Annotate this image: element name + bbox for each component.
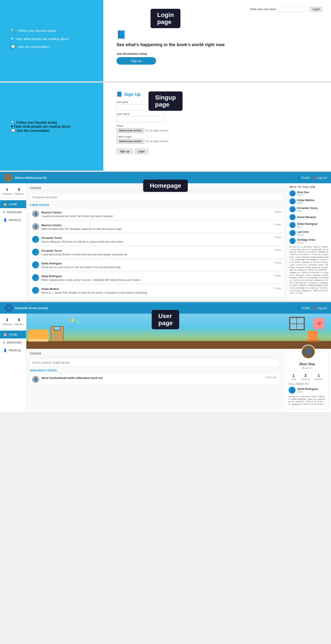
login-button[interactable]: Log in [310,7,322,12]
taste-time: 8 days [274,287,281,290]
chat-icon-2: 💬 [11,129,16,132]
userpage-following-label: Following [2,323,12,326]
follow-item: 👤 Daniel Marquez [290,214,329,220]
userpage-logout-icon: 🚪 [313,306,316,310]
follow-avatar: 👤 [290,190,296,196]
taste-user: Stella Rodriguez [41,275,62,278]
userpage-profile-nav-icon: 👤 [3,348,7,352]
userpage-following-stat: 3 Following [2,318,12,326]
userpage-avatar: 📘 [4,304,13,312]
userpage-compose-input[interactable] [32,361,277,364]
taste-body: Stella Rodriguez 8 days Ghost boy is a t… [41,261,281,269]
taste-text: When E.L. James Fifty Shades of Grey hit… [41,291,281,294]
photo-file-button[interactable]: Seleccionar archivo [116,128,144,133]
taste-item: 📘 Stella Rodriguez 8 days Ghost boy is a… [30,259,284,271]
username-input[interactable] [278,6,308,12]
userpage-logout-link[interactable]: 🚪 Log out [313,306,326,310]
book-icon: 📘 [116,30,318,39]
userpage-tastes-label: TASTES [30,352,279,356]
search-icon-2: 🔍 [11,121,16,124]
signup-button[interactable]: Sign up [116,57,156,64]
follow-name: Daniel Marquez [297,216,316,219]
follow-item: 👤 Felipe Medina user4 [290,198,329,204]
home-icon: 🏠 [3,202,7,206]
follow-name: Stella Rodriguez [297,222,318,226]
signup-login-button[interactable]: Login [134,148,148,154]
follow-item: 👤 Jhon Doe user11 [290,190,329,196]
taste-body: Fernando Torres 8 days García Márquez 10… [41,236,281,243]
signup-submit-button[interactable]: Sign up [116,148,133,154]
userpage-below-cover: TASTES JHON DOE'S TASTES 👤 dfnsd fasdfas… [26,349,331,412]
header-username: Mónica Molina (user13) [15,176,46,179]
signup-page-label: Singup page [148,92,183,111]
userpage-taste-avatar: 👤 [32,376,39,383]
sidebar-item-home[interactable]: 🏠 HOME [0,200,26,208]
sidebar-item-discover[interactable]: # DISCOVER [0,208,26,216]
user-stats: 1 Following 0 Followers [0,186,26,198]
userpage-sidebar-nav: 🏠 HOME # DISCOVER 👤 PROFILE [0,330,26,354]
userpage-taste-time: 5 days ago [265,376,277,378]
taste-body: Mauricio Santos 8 days I would recommend… [41,210,281,218]
cover-file-button[interactable]: Seleccionar archivo [116,139,144,144]
tastes-list: 👤 Mauricio Santos 8 days I would recomme… [30,208,284,296]
heart-icon: ♥ [11,37,13,41]
taste-user: Stella Rodriguez [41,262,62,265]
taste-time: 8 days [274,236,281,238]
follow-item: 👤 Last User user10 [290,230,329,236]
follow-name: Last User [297,230,309,234]
signup-right-panel: 📘 Sign Up Full name User name Photo Sele… [103,83,331,170]
search-icon: 🔍 [11,28,16,33]
taste-user: Mauricio Santos [41,224,62,227]
follow-item: 👤 Fernando Torres user2 [290,206,329,212]
join-label: Join Booktastes today [116,52,318,56]
profile-icon: 👤 [3,218,7,222]
following-label: Following [2,193,12,195]
follow-info: Santiago Arias user12 [297,238,316,244]
hero-title: See what's happening in the book's world… [116,42,318,48]
profile-display-name: Jhon Doe [288,362,325,366]
sidebar-item-profile[interactable]: 👤 PROFILE [0,216,26,224]
userpage-tastes-list: 👤 dfnsd fasdfasdfasdf andfla sdflasdfasd… [30,374,279,385]
cover-field: Cover image Seleccionar archivo No se el… [116,135,318,144]
photo-field: Photo Seleccionar archivo No se eligió a… [116,124,318,133]
follow-avatar: 👤 [290,222,296,228]
userpage-main: TASTES JHON DOE'S TASTES 👤 dfnsd fasdfas… [26,349,283,412]
profile-tastes-stat: 1 Taste [291,374,296,380]
follow-info: Daniel Marquez [297,216,316,219]
userpage-sidebar-discover[interactable]: # DISCOVER [0,338,26,346]
chat-icon: 💬 [11,44,16,49]
username-form-input[interactable] [116,116,165,122]
user-profile-card: 👤 Jhon Doe @user11 1 Taste 3 Following [285,351,329,409]
userpage-stats: 3 Following 5 Followers [0,316,26,328]
follow-avatar: 👤 [290,198,296,204]
login-left-panel: 🔍 Follow your favorite books. ♥ Hear wha… [0,0,103,81]
login-feature-2: ♥ Hear what people are reading about. [11,37,92,41]
taste-time: 8 days [274,274,281,277]
cover-no-file-label: No se eligió archivo [146,140,169,143]
logout-link[interactable]: 🚪 Log out [313,176,326,179]
follow-username: user10 [297,234,309,236]
signup-feature-2: ♥ Hear what people are reading about. [11,124,92,128]
follow-username: user2 [297,210,318,212]
following-num: 1 [2,188,12,192]
follow-item: 👤 Santiago Arias user12 [290,238,329,244]
userpage-sidebar: 3 Following 5 Followers 🏠 HOME # DISCOVE… [0,314,26,412]
taste-text: When Sabato writes is like poetry in pro… [41,278,281,282]
signup-title: 📘 Sign Up [116,92,318,97]
userpage-sidebar-profile[interactable]: 👤 PROFILE [0,346,26,354]
profile-handle: @user11 [288,366,325,369]
profile-debug-text: [#<User id: 3, username: "user3", fullna… [288,396,325,406]
homepage-right-panel: WHO TO FOLLOW 👤 Jhon Doe user11 👤 Felipe… [287,183,331,301]
username-label: Enter your user name [250,8,276,11]
taste-avatar: 📘 [32,261,39,268]
follow-info: Last User user10 [297,230,309,236]
userpage-header-actions: 👤 Profile 🚪 Log out [297,306,326,310]
signup-feature-1: 🔍 Follow your favorite books. [11,120,92,124]
follow-info: Stella Rodriguez user3 [297,222,318,228]
profile-link[interactable]: 👤 Profile [297,176,310,179]
compose-input[interactable] [32,196,281,199]
follower-info: Stella Rodriguez user3 [297,388,318,393]
follow-avatar: 👤 [290,230,296,236]
userpage-sidebar-home[interactable]: 🏠 HOME [0,330,26,338]
userpage-profile-link[interactable]: 👤 Profile [297,306,310,310]
